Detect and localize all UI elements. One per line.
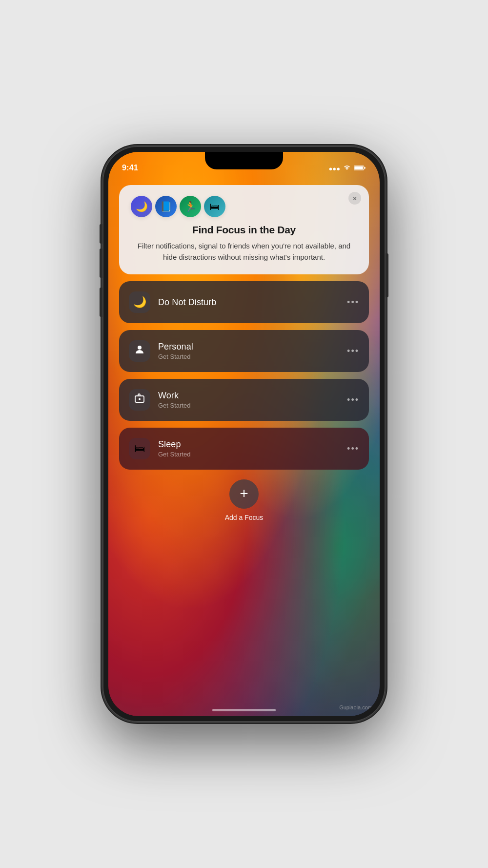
close-button[interactable]: × — [348, 192, 361, 205]
status-icons: ●●● — [328, 165, 366, 172]
work-text: Work Get Started — [158, 391, 339, 409]
work-icon — [129, 389, 150, 411]
work-more[interactable]: ••• — [347, 395, 359, 405]
personal-text: Personal Get Started — [158, 342, 339, 360]
info-card-description: Filter notifications, signal to friends … — [131, 241, 357, 263]
status-time: 9:41 — [122, 164, 138, 172]
volume-down-button[interactable] — [100, 288, 102, 317]
svg-rect-1 — [364, 167, 366, 168]
phone-shell: 9:41 ●●● — [102, 146, 386, 722]
bed-icon: 🛏 — [134, 442, 145, 455]
svg-rect-2 — [354, 166, 363, 169]
personal-subtitle: Get Started — [158, 353, 339, 360]
sleep-row[interactable]: 🛏 Sleep Get Started ••• — [119, 428, 369, 470]
add-focus-label: Add a Focus — [225, 514, 264, 521]
work-row[interactable]: Work Get Started ••• — [119, 379, 369, 421]
moon-icon-circle: 🌙 — [131, 196, 152, 217]
book-icon: 📘 — [160, 201, 172, 212]
home-indicator — [212, 709, 276, 711]
wifi-icon — [343, 165, 351, 172]
personal-more[interactable]: ••• — [347, 346, 359, 356]
personal-row[interactable]: Personal Get Started ••• — [119, 330, 369, 372]
battery-icon — [354, 165, 366, 172]
screen-content: × 🌙 📘 🏃 🛏 Find Focus in the Day — [108, 176, 380, 716]
fitness-icon-circle: 🏃 — [180, 196, 201, 217]
do-not-disturb-more[interactable]: ••• — [347, 297, 359, 308]
personal-icon — [129, 340, 150, 362]
do-not-disturb-row[interactable]: 🌙 Do Not Disturb ••• — [119, 281, 369, 323]
sleep-subtitle: Get Started — [158, 451, 339, 458]
volume-up-button[interactable] — [100, 248, 102, 278]
moon-icon: 🌙 — [136, 201, 148, 212]
book-icon-circle: 📘 — [155, 196, 177, 217]
signal-icon: ●●● — [328, 165, 340, 172]
work-subtitle: Get Started — [158, 402, 339, 409]
add-focus-area: + Add a Focus — [119, 479, 369, 521]
do-not-disturb-title: Do Not Disturb — [158, 297, 339, 308]
do-not-disturb-icon: 🌙 — [129, 291, 150, 313]
focus-icons-row: 🌙 📘 🏃 🛏 — [131, 196, 357, 217]
phone-screen: 9:41 ●●● — [108, 152, 380, 716]
sleep-icon-small: 🛏 — [210, 201, 220, 212]
svg-point-3 — [138, 346, 142, 350]
briefcase-icon — [134, 393, 145, 407]
watermark: Gupiaola.com — [339, 704, 372, 710]
add-focus-button[interactable]: + — [229, 479, 259, 509]
sleep-text: Sleep Get Started — [158, 439, 339, 458]
notch — [205, 152, 283, 169]
mute-button[interactable] — [100, 224, 102, 244]
info-card-title: Find Focus in the Day — [131, 224, 357, 236]
power-button[interactable] — [386, 253, 388, 297]
moon-focus-icon: 🌙 — [133, 296, 146, 309]
work-title: Work — [158, 391, 339, 401]
person-icon — [134, 344, 145, 358]
sleep-title: Sleep — [158, 439, 339, 450]
do-not-disturb-text: Do Not Disturb — [158, 297, 339, 308]
fitness-icon: 🏃 — [184, 201, 197, 212]
sleep-icon-circle: 🛏 — [204, 196, 225, 217]
svg-point-5 — [139, 398, 141, 400]
personal-title: Personal — [158, 342, 339, 352]
info-card: × 🌙 📘 🏃 🛏 Find Focus in the Day — [119, 185, 369, 274]
sleep-icon-row: 🛏 — [129, 438, 150, 459]
sleep-more[interactable]: ••• — [347, 444, 359, 454]
plus-icon: + — [240, 486, 248, 501]
